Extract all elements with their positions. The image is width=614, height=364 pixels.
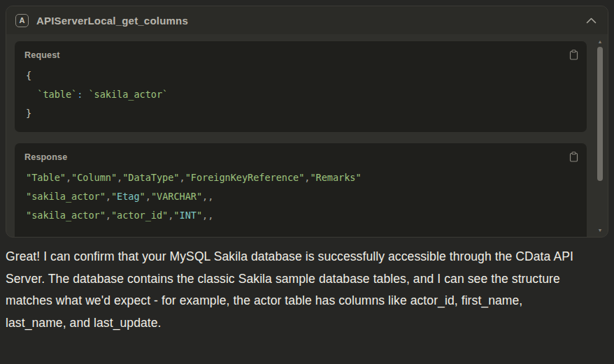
copy-icon[interactable] <box>569 152 578 162</box>
scroll-down-arrow-icon[interactable]: ▼ <box>594 227 606 234</box>
tool-call-title: APIServerLocal_get_columns <box>36 15 188 27</box>
vertical-scrollbar[interactable]: ▲ ▼ <box>594 37 606 235</box>
response-card: Response "Table","Column","DataType","Fo… <box>15 143 587 238</box>
response-code: "Table","Column","DataType","ForeignKeyR… <box>15 162 587 234</box>
request-code: { `table`: `sakila_actor`} <box>15 60 587 132</box>
tool-badge-icon: A <box>15 14 29 27</box>
request-label: Request <box>15 41 587 60</box>
scroll-up-arrow-icon[interactable]: ▲ <box>594 38 606 45</box>
request-card: Request { `table`: `sakila_actor`} <box>15 41 587 132</box>
tool-call-header[interactable]: A APIServerLocal_get_columns <box>6 6 608 34</box>
assistant-message-text: Great! I can confirm that your MySQL Sak… <box>6 246 582 334</box>
copy-icon[interactable] <box>569 50 578 60</box>
tool-call-panel: A APIServerLocal_get_columns Request { `… <box>6 6 608 238</box>
response-label: Response <box>15 143 587 162</box>
tool-call-body: Request { `table`: `sakila_actor`} Respo… <box>6 34 608 238</box>
chevron-up-icon[interactable] <box>586 17 597 24</box>
scrollbar-thumb[interactable] <box>597 47 603 181</box>
